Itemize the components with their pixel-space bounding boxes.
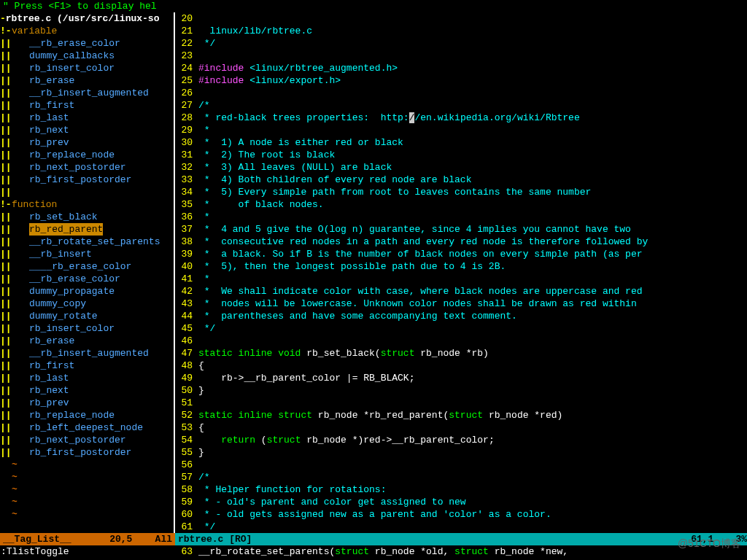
code-line[interactable]: 33 * 4) Both children of every red node …	[175, 174, 747, 186]
tag-item[interactable]: ||rb_prev	[0, 136, 174, 149]
code-line[interactable]: 59 * - old's parent and color get assign…	[175, 496, 747, 508]
status-line: __Tag_List__ 20,5 All rbtree.c [RO] 61,1…	[0, 533, 747, 545]
tag-item[interactable]: ||dummy_copy	[0, 298, 174, 310]
code-line[interactable]: 21 linux/lib/rbtree.c	[175, 25, 747, 37]
tag-item[interactable]: ||____rb_erase_color	[0, 260, 174, 273]
tag-item[interactable]: ||__rb_rotate_set_parents	[0, 236, 174, 248]
code-line[interactable]: 32 * 3) All leaves (NULL) are black	[175, 161, 747, 174]
tag-item[interactable]: ||__rb_insert	[0, 248, 174, 260]
code-line[interactable]: 20	[175, 12, 747, 25]
tag-item[interactable]: ||rb_first_postorder	[0, 174, 174, 186]
tag-item[interactable]: ||rb_erase	[0, 74, 174, 87]
tag-item[interactable]: ||__rb_erase_color	[0, 37, 174, 50]
taglist-file[interactable]: - rbtree.c (/usr/src/linux-so	[0, 12, 174, 25]
code-line[interactable]: 51	[175, 397, 747, 409]
tag-item[interactable]: ||rb_erase	[0, 335, 174, 347]
code-pane[interactable]: 2021 linux/lib/rbtree.c22 */2324#include…	[175, 12, 747, 533]
empty-line: ~	[0, 483, 174, 496]
code-line[interactable]: 25#include <linux/export.h>	[175, 74, 747, 87]
tag-item[interactable]: ||rb_first	[0, 99, 174, 112]
tag-item[interactable]: ||dummy_rotate	[0, 310, 174, 322]
code-line[interactable]: 45 */	[175, 322, 747, 335]
help-hint: " Press <F1> to display hel	[0, 0, 747, 12]
code-line[interactable]: 54 return (struct rb_node *)red->__rb_pa…	[175, 434, 747, 446]
empty-line: ~	[0, 508, 174, 521]
code-line[interactable]: 48{	[175, 359, 747, 372]
code-line[interactable]: 30 * 1) A node is either red or black	[175, 136, 747, 149]
tag-item[interactable]: ||__rb_insert_augmented	[0, 87, 174, 99]
code-line[interactable]: 46	[175, 335, 747, 347]
code-line[interactable]: 23	[175, 50, 747, 62]
code-line[interactable]: 40 * 5), then the longest possible path …	[175, 260, 747, 273]
tag-item[interactable]: ||__rb_insert_augmented	[0, 347, 174, 359]
code-line[interactable]: 52static inline struct rb_node *rb_red_p…	[175, 409, 747, 421]
code-line[interactable]: 34 * 5) Every simple path from root to l…	[175, 186, 747, 198]
code-line[interactable]: 37 * 4 and 5 give the O(log n) guarantee…	[175, 223, 747, 236]
code-line[interactable]: 55}	[175, 446, 747, 459]
code-line[interactable]: 41 *	[175, 273, 747, 285]
code-line[interactable]: 36 *	[175, 211, 747, 223]
code-line[interactable]: 22 */	[175, 37, 747, 50]
tag-item[interactable]: ||dummy_propagate	[0, 285, 174, 298]
empty-line: ~	[0, 471, 174, 483]
tag-item[interactable]: ||rb_last	[0, 112, 174, 124]
code-line[interactable]: 27/*	[175, 99, 747, 112]
tag-item[interactable]: ||rb_left_deepest_node	[0, 421, 174, 434]
tag-item[interactable]: ||dummy_callbacks	[0, 50, 174, 62]
tag-item[interactable]: ||rb_first_postorder	[0, 446, 174, 459]
tag-item[interactable]: ||rb_set_black	[0, 211, 174, 223]
code-line[interactable]: 35 * of black nodes.	[175, 198, 747, 211]
empty-line: ~	[0, 496, 174, 508]
editor-main: - rbtree.c (/usr/src/linux-so !- variabl…	[0, 12, 747, 533]
taglist-pane[interactable]: - rbtree.c (/usr/src/linux-so !- variabl…	[0, 12, 175, 533]
tag-item[interactable]: ||rb_replace_node	[0, 409, 174, 421]
code-line[interactable]: 26	[175, 87, 747, 99]
code-line[interactable]: 58 * Helper function for rotations:	[175, 483, 747, 496]
tag-item[interactable]: ||rb_next	[0, 124, 174, 136]
code-line[interactable]: 61 */	[175, 521, 747, 533]
tag-item[interactable]: ||__rb_erase_color	[0, 273, 174, 285]
tag-item[interactable]: ||rb_next	[0, 384, 174, 397]
taglist-category-variable[interactable]: !- variable	[0, 25, 174, 37]
code-line[interactable]: 44 * parentheses and have some accompany…	[175, 310, 747, 322]
empty-line: ~	[0, 459, 174, 471]
tag-item[interactable]: ||rb_red_parent	[0, 223, 174, 236]
code-line[interactable]: 47static inline void rb_set_black(struct…	[175, 347, 747, 359]
code-line[interactable]: 60 * - old gets assigned new as a parent…	[175, 508, 747, 521]
code-line[interactable]: 50}	[175, 384, 747, 397]
code-line[interactable]: 56	[175, 459, 747, 471]
tag-item[interactable]: ||rb_next_postorder	[0, 434, 174, 446]
tag-item[interactable]: ||rb_next_postorder	[0, 161, 174, 174]
tag-item[interactable]: ||rb_insert_color	[0, 62, 174, 74]
code-line[interactable]: 38 * consecutive red nodes in a path and…	[175, 236, 747, 248]
taglist-category-function[interactable]: !- function	[0, 198, 174, 211]
code-line[interactable]: 24#include <linux/rbtree_augmented.h>	[175, 62, 747, 74]
watermark: @51CTO博客	[678, 537, 741, 550]
code-line[interactable]: 39 * a black. So if B is the number of b…	[175, 248, 747, 260]
tag-item[interactable]: ||rb_last	[0, 372, 174, 384]
tag-item[interactable]: ||rb_first	[0, 359, 174, 372]
code-line[interactable]: 53{	[175, 421, 747, 434]
code-line[interactable]: 29 *	[175, 124, 747, 136]
code-line[interactable]: 42 * We shall indicate color with case, …	[175, 285, 747, 298]
status-left: __Tag_List__ 20,5 All	[0, 533, 175, 545]
tag-item[interactable]: ||rb_replace_node	[0, 149, 174, 161]
code-line[interactable]: 28 * red-black trees properties: http://…	[175, 112, 747, 124]
code-line[interactable]: 63__rb_rotate_set_parents(struct rb_node…	[175, 545, 747, 558]
status-right: rbtree.c [RO] 61,1 3%	[175, 533, 747, 545]
code-line[interactable]: 49 rb->__rb_parent_color |= RB_BLACK;	[175, 372, 747, 384]
code-line[interactable]: 31 * 2) The root is black	[175, 149, 747, 161]
tag-item[interactable]: ||rb_prev	[0, 397, 174, 409]
tag-item[interactable]: ||rb_insert_color	[0, 322, 174, 335]
code-line[interactable]: 57/*	[175, 471, 747, 483]
code-line[interactable]: 43 * nodes will be lowercase. Unknown co…	[175, 298, 747, 310]
